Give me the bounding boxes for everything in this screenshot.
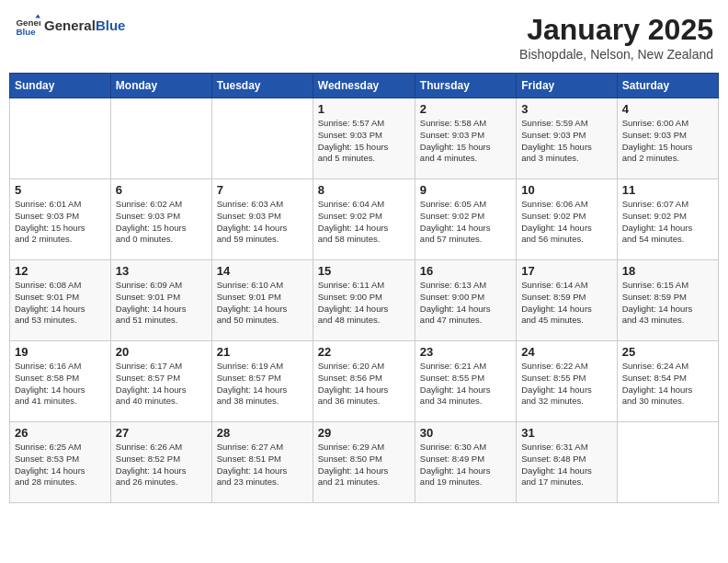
day-info: Sunrise: 6:05 AMSunset: 9:02 PMDaylight:… bbox=[420, 199, 511, 246]
day-info: Sunrise: 6:04 AMSunset: 9:02 PMDaylight:… bbox=[318, 199, 410, 246]
calendar-cell: 23Sunrise: 6:21 AMSunset: 8:55 PMDayligh… bbox=[415, 341, 516, 422]
logo-general-text: GeneralBlue bbox=[44, 18, 125, 34]
day-info: Sunrise: 6:02 AMSunset: 9:03 PMDaylight:… bbox=[116, 199, 207, 246]
day-number: 25 bbox=[622, 345, 713, 359]
day-number: 5 bbox=[15, 183, 106, 197]
header: General Blue GeneralBlue January 2025 Bi… bbox=[9, 9, 719, 65]
day-info: Sunrise: 5:58 AMSunset: 9:03 PMDaylight:… bbox=[420, 118, 511, 165]
day-number: 12 bbox=[15, 264, 106, 278]
day-number: 16 bbox=[420, 264, 511, 278]
logo-icon: General Blue bbox=[15, 13, 40, 39]
day-number: 28 bbox=[217, 426, 308, 440]
calendar-cell bbox=[211, 98, 313, 179]
calendar-cell: 6Sunrise: 6:02 AMSunset: 9:03 PMDaylight… bbox=[110, 179, 211, 260]
day-number: 2 bbox=[420, 102, 511, 116]
day-number: 8 bbox=[318, 183, 410, 197]
calendar-cell: 22Sunrise: 6:20 AMSunset: 8:56 PMDayligh… bbox=[313, 341, 415, 422]
day-number: 9 bbox=[420, 183, 511, 197]
day-info: Sunrise: 6:17 AMSunset: 8:57 PMDaylight:… bbox=[116, 361, 207, 408]
day-info: Sunrise: 6:06 AMSunset: 9:02 PMDaylight:… bbox=[521, 199, 611, 246]
day-number: 27 bbox=[116, 426, 207, 440]
day-number: 3 bbox=[521, 102, 611, 116]
calendar-cell: 12Sunrise: 6:08 AMSunset: 9:01 PMDayligh… bbox=[10, 260, 111, 341]
day-info: Sunrise: 6:19 AMSunset: 8:57 PMDaylight:… bbox=[217, 361, 308, 408]
calendar-cell: 16Sunrise: 6:13 AMSunset: 9:00 PMDayligh… bbox=[415, 260, 516, 341]
calendar-cell: 5Sunrise: 6:01 AMSunset: 9:03 PMDaylight… bbox=[10, 179, 111, 260]
calendar-cell: 3Sunrise: 5:59 AMSunset: 9:03 PMDaylight… bbox=[517, 98, 617, 179]
day-info: Sunrise: 6:00 AMSunset: 9:03 PMDaylight:… bbox=[622, 118, 713, 165]
day-info: Sunrise: 6:21 AMSunset: 8:55 PMDaylight:… bbox=[420, 361, 511, 408]
month-title: January 2025 bbox=[519, 13, 713, 47]
day-number: 11 bbox=[622, 183, 713, 197]
calendar-cell: 25Sunrise: 6:24 AMSunset: 8:54 PMDayligh… bbox=[617, 341, 718, 422]
weekday-header-wednesday: Wednesday bbox=[313, 74, 415, 98]
day-info: Sunrise: 6:27 AMSunset: 8:51 PMDaylight:… bbox=[217, 442, 308, 488]
calendar-cell: 10Sunrise: 6:06 AMSunset: 9:02 PMDayligh… bbox=[517, 179, 617, 260]
title-area: January 2025 Bishopdale, Nelson, New Zea… bbox=[519, 13, 713, 62]
day-number: 20 bbox=[116, 345, 207, 359]
day-number: 18 bbox=[622, 264, 713, 278]
day-info: Sunrise: 6:20 AMSunset: 8:56 PMDaylight:… bbox=[318, 361, 410, 408]
day-info: Sunrise: 6:15 AMSunset: 8:59 PMDaylight:… bbox=[622, 280, 713, 327]
location-subtitle: Bishopdale, Nelson, New Zealand bbox=[519, 47, 713, 62]
day-info: Sunrise: 6:03 AMSunset: 9:03 PMDaylight:… bbox=[217, 199, 308, 246]
day-info: Sunrise: 6:07 AMSunset: 9:02 PMDaylight:… bbox=[622, 199, 713, 246]
calendar-cell: 11Sunrise: 6:07 AMSunset: 9:02 PMDayligh… bbox=[617, 179, 718, 260]
day-number: 17 bbox=[521, 264, 611, 278]
day-info: Sunrise: 6:16 AMSunset: 8:58 PMDaylight:… bbox=[15, 361, 106, 408]
weekday-header-tuesday: Tuesday bbox=[211, 74, 313, 98]
day-info: Sunrise: 6:25 AMSunset: 8:53 PMDaylight:… bbox=[15, 442, 106, 488]
day-info: Sunrise: 5:57 AMSunset: 9:03 PMDaylight:… bbox=[318, 118, 410, 165]
day-info: Sunrise: 6:14 AMSunset: 8:59 PMDaylight:… bbox=[521, 280, 611, 327]
calendar-week-row: 12Sunrise: 6:08 AMSunset: 9:01 PMDayligh… bbox=[10, 260, 719, 341]
weekday-header-saturday: Saturday bbox=[617, 74, 718, 98]
logo-blue-text: Blue bbox=[96, 17, 126, 33]
calendar-cell: 29Sunrise: 6:29 AMSunset: 8:50 PMDayligh… bbox=[313, 422, 415, 503]
day-number: 6 bbox=[116, 183, 207, 197]
weekday-header-friday: Friday bbox=[517, 74, 617, 98]
calendar-cell: 30Sunrise: 6:30 AMSunset: 8:49 PMDayligh… bbox=[415, 422, 516, 503]
day-number: 19 bbox=[15, 345, 106, 359]
day-number: 24 bbox=[521, 345, 611, 359]
logo: General Blue GeneralBlue bbox=[15, 13, 125, 39]
day-info: Sunrise: 6:09 AMSunset: 9:01 PMDaylight:… bbox=[116, 280, 207, 327]
day-number: 15 bbox=[318, 264, 410, 278]
calendar-cell: 2Sunrise: 5:58 AMSunset: 9:03 PMDaylight… bbox=[415, 98, 516, 179]
calendar-cell: 7Sunrise: 6:03 AMSunset: 9:03 PMDaylight… bbox=[211, 179, 313, 260]
day-info: Sunrise: 6:10 AMSunset: 9:01 PMDaylight:… bbox=[217, 280, 308, 327]
calendar-cell: 17Sunrise: 6:14 AMSunset: 8:59 PMDayligh… bbox=[517, 260, 617, 341]
calendar-cell: 28Sunrise: 6:27 AMSunset: 8:51 PMDayligh… bbox=[211, 422, 313, 503]
svg-marker-2 bbox=[35, 14, 40, 17]
calendar-week-row: 1Sunrise: 5:57 AMSunset: 9:03 PMDaylight… bbox=[10, 98, 719, 179]
calendar-cell: 8Sunrise: 6:04 AMSunset: 9:02 PMDaylight… bbox=[313, 179, 415, 260]
day-number: 22 bbox=[318, 345, 410, 359]
day-info: Sunrise: 6:30 AMSunset: 8:49 PMDaylight:… bbox=[420, 442, 511, 488]
calendar-cell bbox=[617, 422, 718, 503]
calendar-cell: 18Sunrise: 6:15 AMSunset: 8:59 PMDayligh… bbox=[617, 260, 718, 341]
day-number: 4 bbox=[622, 102, 713, 116]
day-info: Sunrise: 5:59 AMSunset: 9:03 PMDaylight:… bbox=[521, 118, 611, 165]
calendar-table: SundayMondayTuesdayWednesdayThursdayFrid… bbox=[9, 73, 719, 503]
day-number: 21 bbox=[217, 345, 308, 359]
day-info: Sunrise: 6:24 AMSunset: 8:54 PMDaylight:… bbox=[622, 361, 713, 408]
day-number: 14 bbox=[217, 264, 308, 278]
weekday-header-monday: Monday bbox=[110, 74, 211, 98]
day-info: Sunrise: 6:26 AMSunset: 8:52 PMDaylight:… bbox=[116, 442, 207, 488]
day-info: Sunrise: 6:13 AMSunset: 9:00 PMDaylight:… bbox=[420, 280, 511, 327]
day-number: 1 bbox=[318, 102, 410, 116]
day-info: Sunrise: 6:31 AMSunset: 8:48 PMDaylight:… bbox=[521, 442, 611, 488]
calendar-cell: 9Sunrise: 6:05 AMSunset: 9:02 PMDaylight… bbox=[415, 179, 516, 260]
calendar-week-row: 19Sunrise: 6:16 AMSunset: 8:58 PMDayligh… bbox=[10, 341, 719, 422]
day-info: Sunrise: 6:11 AMSunset: 9:00 PMDaylight:… bbox=[318, 280, 410, 327]
calendar-cell: 20Sunrise: 6:17 AMSunset: 8:57 PMDayligh… bbox=[110, 341, 211, 422]
calendar-cell: 31Sunrise: 6:31 AMSunset: 8:48 PMDayligh… bbox=[517, 422, 617, 503]
weekday-header-sunday: Sunday bbox=[10, 74, 111, 98]
calendar-week-row: 5Sunrise: 6:01 AMSunset: 9:03 PMDaylight… bbox=[10, 179, 719, 260]
day-info: Sunrise: 6:08 AMSunset: 9:01 PMDaylight:… bbox=[15, 280, 106, 327]
calendar-cell: 24Sunrise: 6:22 AMSunset: 8:55 PMDayligh… bbox=[517, 341, 617, 422]
calendar-cell: 14Sunrise: 6:10 AMSunset: 9:01 PMDayligh… bbox=[211, 260, 313, 341]
day-number: 30 bbox=[420, 426, 511, 440]
calendar-cell: 27Sunrise: 6:26 AMSunset: 8:52 PMDayligh… bbox=[110, 422, 211, 503]
calendar-cell: 21Sunrise: 6:19 AMSunset: 8:57 PMDayligh… bbox=[211, 341, 313, 422]
calendar-week-row: 26Sunrise: 6:25 AMSunset: 8:53 PMDayligh… bbox=[10, 422, 719, 503]
